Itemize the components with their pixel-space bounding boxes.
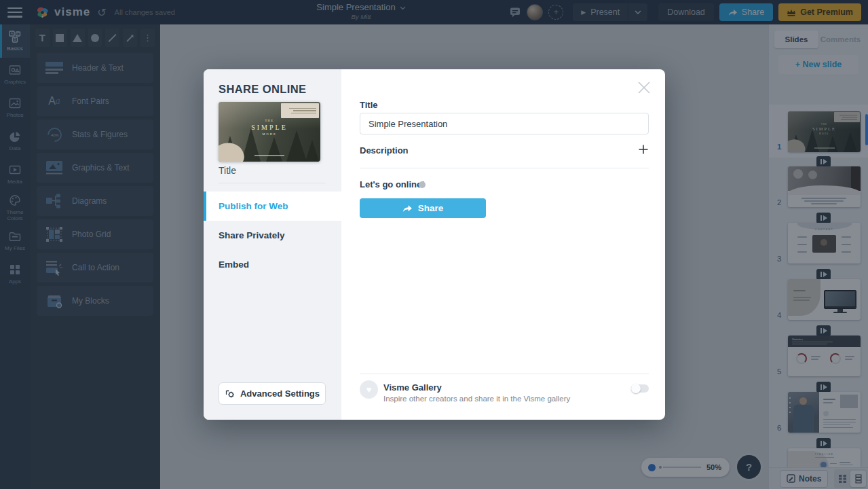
- heart-icon: ♥: [360, 380, 378, 399]
- modal-title: SHARE ONLINE: [219, 83, 306, 96]
- presentation-thumbnail: THE SIMPLE MODE: [219, 102, 320, 162]
- share-online-modal: SHARE ONLINE THE SIMPLE MODE Title Publi…: [204, 69, 665, 420]
- visme-gallery-title: Visme Gallery: [383, 382, 442, 393]
- tab-share-privately[interactable]: Share Privately: [204, 221, 341, 250]
- thumbnail-caption: Title: [219, 165, 236, 176]
- online-status-dot: [419, 181, 426, 188]
- tab-embed[interactable]: Embed: [204, 250, 341, 279]
- tab-publish-for-web[interactable]: Publish for Web: [204, 192, 341, 221]
- share-modal-sidebar: SHARE ONLINE THE SIMPLE MODE Title Publi…: [204, 69, 341, 420]
- divider: [219, 183, 326, 183]
- divider: [360, 374, 649, 374]
- advanced-settings-button[interactable]: Advanced Settings: [219, 382, 326, 405]
- share-modal-body: Title Description Let's go online! Share…: [341, 69, 665, 420]
- visme-gallery-subtitle: Inspire other creators and share it in t…: [383, 395, 570, 403]
- visme-editor: visme ↺ All changes saved Simple Present…: [0, 0, 868, 489]
- add-description-icon[interactable]: [638, 144, 649, 155]
- gallery-toggle[interactable]: [631, 384, 649, 393]
- description-label: Description: [360, 145, 409, 156]
- title-field-label: Title: [360, 100, 378, 110]
- divider: [360, 168, 649, 168]
- title-input[interactable]: [360, 113, 649, 134]
- share-arrow-icon: [402, 204, 413, 213]
- advanced-settings-icon: [225, 388, 235, 399]
- share-button[interactable]: Share: [360, 198, 486, 218]
- close-icon[interactable]: [637, 80, 652, 95]
- go-online-label: Let's go online!: [360, 179, 425, 189]
- thumbnail-note-box: [281, 103, 319, 118]
